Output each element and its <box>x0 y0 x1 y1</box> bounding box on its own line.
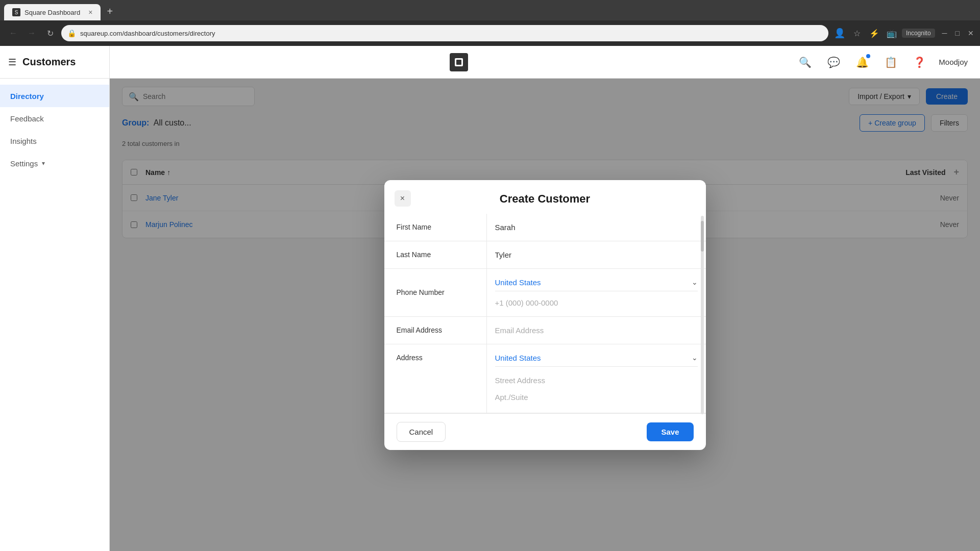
sidebar-item-settings[interactable]: Settings ▾ <box>0 152 109 174</box>
calendar-button[interactable]: 📋 <box>881 53 900 71</box>
sidebar-item-label-feedback: Feedback <box>10 114 44 123</box>
app: ☰ Customers Directory Feedback Insights … <box>0 46 980 551</box>
square-logo <box>450 53 468 71</box>
phone-number-input[interactable] <box>495 296 698 309</box>
first-name-label: First Name <box>384 214 486 241</box>
modal-overlay[interactable]: × Create Customer First Name <box>110 79 980 551</box>
phone-field: United States ⌄ <box>486 269 706 316</box>
tab-title: Square Dashboard <box>24 9 80 16</box>
top-nav: 🔍 💬 🔔 📋 ❓ Moodjoy <box>110 46 980 79</box>
messages-button[interactable]: 💬 <box>824 53 843 71</box>
form-row-email: Email Address <box>384 317 706 344</box>
close-window-button[interactable]: ✕ <box>968 29 974 37</box>
top-nav-actions: 🔍 💬 🔔 📋 ❓ Moodjoy <box>796 53 968 71</box>
modal-header: × Create Customer <box>384 180 706 214</box>
sidebar-item-label-insights: Insights <box>10 137 37 145</box>
first-name-input[interactable] <box>495 216 698 239</box>
modal-close-button[interactable]: × <box>395 190 411 207</box>
modal-title: Create Customer <box>500 192 590 206</box>
sidebar-item-label-directory: Directory <box>10 92 44 101</box>
address-bar[interactable]: 🔒 squareup.com/dashboard/customers/direc… <box>61 25 828 41</box>
tab-favicon: S <box>12 8 20 16</box>
tab-close-button[interactable]: × <box>88 8 92 16</box>
phone-input-row <box>495 291 698 314</box>
sidebar: ☰ Customers Directory Feedback Insights … <box>0 46 110 551</box>
menu-icon[interactable]: ☰ <box>8 57 16 68</box>
email-input[interactable] <box>495 319 698 342</box>
new-tab-button[interactable]: + <box>103 4 117 18</box>
modal-body: First Name Last Name <box>384 214 706 413</box>
chevron-down-icon: ▾ <box>42 160 45 167</box>
forward-button[interactable]: → <box>24 26 39 40</box>
last-name-label: Last Name <box>384 241 486 268</box>
svg-rect-1 <box>456 60 461 65</box>
last-name-input[interactable] <box>495 243 698 266</box>
email-field <box>486 317 706 344</box>
browser-nav-actions: 👤 ☆ ⚡ 📺 Incognito ─ □ ✕ <box>832 26 974 40</box>
first-name-field <box>486 214 706 241</box>
browser-nav-bar: ← → ↻ 🔒 squareup.com/dashboard/customers… <box>0 20 980 46</box>
email-label: Email Address <box>384 317 486 344</box>
address-country-name: United States <box>495 354 541 362</box>
sidebar-header: ☰ Customers <box>0 46 109 79</box>
phone-label: Phone Number <box>384 269 486 316</box>
sidebar-title: Customers <box>22 56 76 68</box>
browser-tab-bar: S Square Dashboard × + <box>0 0 980 20</box>
address-field: United States ⌄ <box>486 344 706 413</box>
form-row-last-name: Last Name <box>384 241 706 269</box>
street-address-row <box>495 367 698 389</box>
sidebar-item-directory[interactable]: Directory <box>0 85 109 107</box>
window-controls: ─ □ ✕ <box>942 29 974 37</box>
main-content: 🔍 💬 🔔 📋 ❓ Moodjoy 🔍 <box>110 46 980 551</box>
address-label: Address <box>384 344 486 371</box>
cancel-button[interactable]: Cancel <box>397 422 446 442</box>
phone-country-chevron-icon: ⌄ <box>692 278 698 286</box>
maximize-button[interactable]: □ <box>955 29 960 37</box>
lock-icon: 🔒 <box>67 29 76 37</box>
modal-scrollbar <box>701 216 704 414</box>
phone-country-name: United States <box>495 278 541 287</box>
incognito-badge: Incognito <box>902 29 935 38</box>
close-icon: × <box>400 194 405 203</box>
sidebar-nav: Directory Feedback Insights Settings ▾ <box>0 79 109 551</box>
form-row-first-name: First Name <box>384 214 706 241</box>
minimize-button[interactable]: ─ <box>942 29 947 37</box>
cast-button[interactable]: 📺 <box>885 26 899 40</box>
apt-suite-input[interactable] <box>495 391 698 408</box>
browser-tab-active[interactable]: S Square Dashboard × <box>4 4 101 20</box>
browser-chrome: S Square Dashboard × + ← → ↻ 🔒 squareup.… <box>0 0 980 46</box>
notifications-button[interactable]: 🔔 <box>853 53 871 71</box>
extensions-button[interactable]: ⚡ <box>867 26 881 40</box>
search-button[interactable]: 🔍 <box>796 53 814 71</box>
help-button[interactable]: ❓ <box>910 53 928 71</box>
refresh-button[interactable]: ↻ <box>43 26 57 40</box>
star-button[interactable]: ☆ <box>850 26 864 40</box>
form-row-phone: Phone Number United States ⌄ <box>384 269 706 317</box>
address-country-selector[interactable]: United States ⌄ <box>495 346 698 367</box>
apt-suite-row <box>495 389 698 413</box>
back-button[interactable]: ← <box>6 26 20 40</box>
modal-scrollbar-thumb <box>701 221 704 252</box>
form-row-address: Address United States ⌄ <box>384 344 706 413</box>
notification-badge <box>866 54 870 58</box>
profile-icon[interactable]: 👤 <box>832 26 847 40</box>
url-text: squareup.com/dashboard/customers/directo… <box>80 30 215 37</box>
user-name[interactable]: Moodjoy <box>939 58 968 66</box>
sidebar-item-label-settings: Settings <box>10 159 38 168</box>
street-address-input[interactable] <box>495 372 698 387</box>
save-button[interactable]: Save <box>647 422 693 441</box>
last-name-field <box>486 241 706 268</box>
sidebar-item-feedback[interactable]: Feedback <box>0 107 109 130</box>
content-area: 🔍 Import / Export ▾ Create <box>110 79 980 551</box>
address-country-chevron-icon: ⌄ <box>692 354 698 362</box>
create-customer-modal: × Create Customer First Name <box>384 180 706 450</box>
modal-footer: Cancel Save <box>384 413 706 450</box>
phone-country-selector[interactable]: United States ⌄ <box>495 271 698 291</box>
sidebar-item-insights[interactable]: Insights <box>0 130 109 152</box>
